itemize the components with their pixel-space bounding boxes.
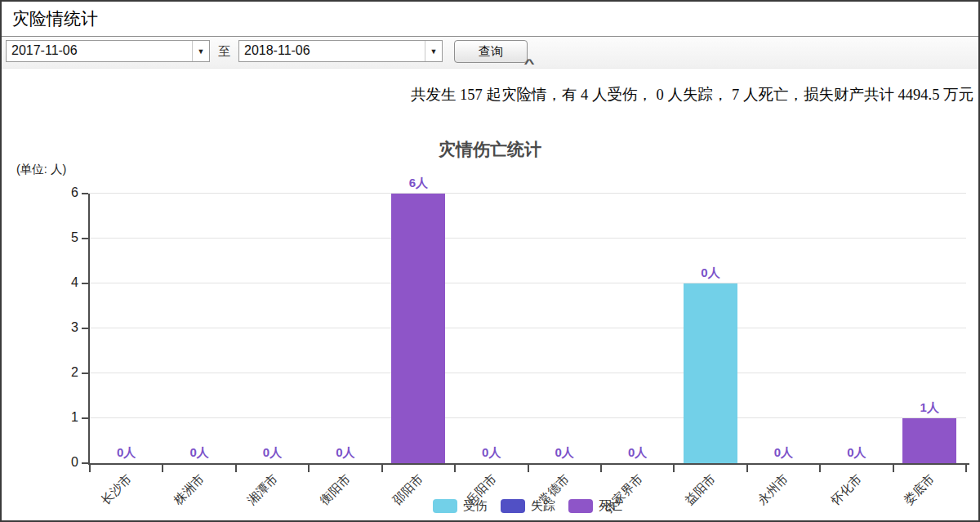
legend-swatch xyxy=(433,499,457,513)
disaster-statistics-page: 灾险情统计 2017-11-06 ▼ 至 2018-11-06 ▼ 查询 ^ 共… xyxy=(0,0,980,522)
start-date-dropdown-icon[interactable]: ▼ xyxy=(192,41,209,61)
y-axis-tick-label: 1 xyxy=(52,410,78,425)
date-range-to-label: 至 xyxy=(218,44,230,60)
legend-swatch xyxy=(568,499,593,513)
bar-value-label: 0人 xyxy=(555,445,574,461)
collapse-up-icon[interactable]: ^ xyxy=(524,59,535,69)
legend-item-失踪[interactable]: 失踪 xyxy=(501,498,555,514)
plot-area: 01234560人长沙市0人株洲市0人湘潭市0人衡阳市6人邵阳市0人岳阳市0人常… xyxy=(90,194,966,463)
x-axis-tick xyxy=(673,465,675,472)
bar-value-label: 0人 xyxy=(336,445,354,461)
bar-value-label: 6人 xyxy=(409,176,428,191)
bar-value-label: 0人 xyxy=(628,445,647,461)
bar-益阳市[interactable] xyxy=(684,283,737,463)
bar-value-label: 1人 xyxy=(920,400,939,416)
bar-value-label: 0人 xyxy=(189,445,208,461)
gridline xyxy=(90,417,966,418)
legend-swatch xyxy=(501,499,525,513)
bar-邵阳市[interactable] xyxy=(391,194,445,463)
y-axis-tick xyxy=(82,373,88,374)
y-axis-tick-label: 2 xyxy=(52,365,78,380)
x-axis-tick xyxy=(454,465,456,472)
x-axis-tick xyxy=(965,465,967,472)
bar-value-label: 0人 xyxy=(263,445,282,461)
y-axis-tick-label: 6 xyxy=(52,185,78,200)
x-axis-tick xyxy=(381,465,383,472)
bar-value-label: 0人 xyxy=(482,445,501,461)
x-axis-tick xyxy=(746,465,748,472)
page-header: 灾险情统计 xyxy=(2,2,978,37)
y-axis-tick xyxy=(82,328,88,329)
x-axis-tick xyxy=(89,465,91,472)
gridline xyxy=(90,328,966,328)
end-date-value[interactable]: 2018-11-06 xyxy=(239,41,425,61)
legend-label: 受伤 xyxy=(463,498,488,514)
bar-value-label: 0人 xyxy=(774,445,793,461)
end-date-picker[interactable]: 2018-11-06 ▼ xyxy=(238,40,443,62)
y-axis-tick-label: 5 xyxy=(52,230,78,245)
y-axis-tick xyxy=(82,238,88,239)
bar-value-label: 0人 xyxy=(117,445,136,461)
legend-item-死亡[interactable]: 死亡 xyxy=(568,498,623,514)
query-toolbar: 2017-11-06 ▼ 至 2018-11-06 ▼ 查询 ^ xyxy=(2,37,978,69)
gridline xyxy=(90,283,966,283)
x-axis-tick xyxy=(893,465,894,472)
chart-title: 灾情伤亡统计 xyxy=(2,138,978,161)
end-date-dropdown-icon[interactable]: ▼ xyxy=(425,41,442,61)
legend-item-受伤[interactable]: 受伤 xyxy=(433,498,488,514)
legend-label: 失踪 xyxy=(531,498,555,514)
start-date-picker[interactable]: 2017-11-06 ▼ xyxy=(6,40,210,62)
x-axis-tick xyxy=(308,465,310,472)
bar-娄底市[interactable] xyxy=(902,418,956,463)
query-button[interactable]: 查询 xyxy=(454,40,528,63)
y-axis-tick xyxy=(82,193,88,194)
bar-value-label: 0人 xyxy=(701,265,719,281)
x-axis-tick xyxy=(819,465,821,472)
y-axis-line xyxy=(88,194,90,465)
gridline xyxy=(90,373,966,373)
x-axis-tick xyxy=(162,465,163,472)
x-axis-tick xyxy=(528,465,529,472)
legend-label: 死亡 xyxy=(599,498,623,514)
page-title: 灾险情统计 xyxy=(12,7,98,30)
y-axis-tick xyxy=(82,417,88,419)
chart-legend: 受伤失踪死亡 xyxy=(90,498,966,514)
y-axis-tick xyxy=(82,462,88,464)
summary-text: 共发生 157 起灾险情，有 4 人受伤， 0 人失踪， 7 人死亡，损失财产共… xyxy=(2,84,973,105)
x-axis-tick xyxy=(600,465,602,472)
y-axis-tick xyxy=(82,283,88,284)
start-date-value[interactable]: 2017-11-06 xyxy=(7,41,192,61)
y-axis-tick-label: 3 xyxy=(52,320,78,335)
bar-value-label: 0人 xyxy=(847,445,866,461)
y-axis-tick-label: 0 xyxy=(52,455,78,470)
chart-unit-label: (单位: 人) xyxy=(16,162,66,177)
gridline xyxy=(90,193,966,194)
y-axis-tick-label: 4 xyxy=(52,275,78,290)
x-axis-line xyxy=(88,463,969,465)
gridline xyxy=(90,238,966,239)
x-axis-tick xyxy=(235,465,237,472)
